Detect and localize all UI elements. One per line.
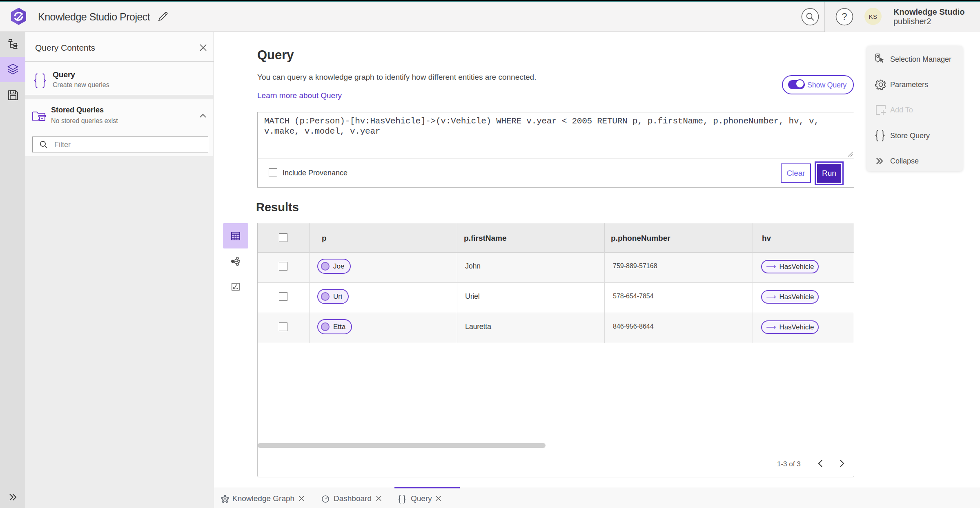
svg-text:?: ?	[842, 11, 847, 22]
